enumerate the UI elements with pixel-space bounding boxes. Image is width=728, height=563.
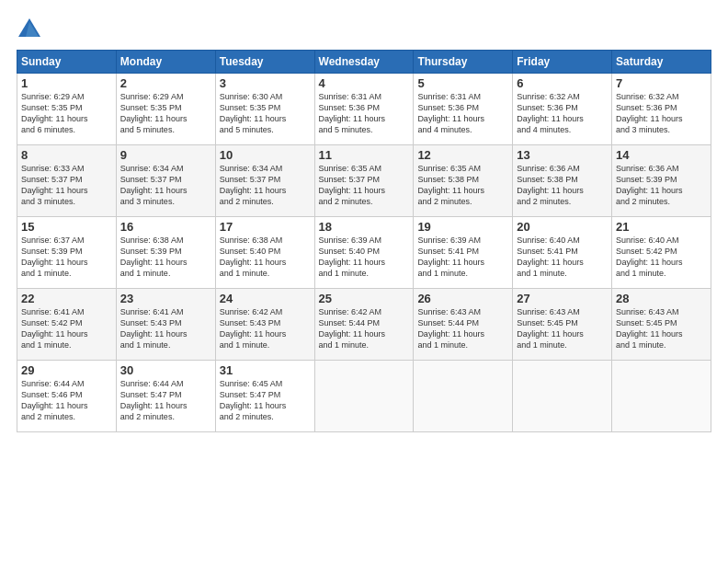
day-info: Sunrise: 6:43 AM Sunset: 5:44 PM Dayligh… — [417, 306, 508, 351]
calendar-week-2: 8Sunrise: 6:33 AM Sunset: 5:37 PM Daylig… — [17, 145, 711, 217]
day-info: Sunrise: 6:34 AM Sunset: 5:37 PM Dayligh… — [220, 163, 311, 208]
calendar-cell: 18Sunrise: 6:39 AM Sunset: 5:40 PM Dayli… — [314, 217, 414, 289]
day-info: Sunrise: 6:42 AM Sunset: 5:44 PM Dayligh… — [319, 306, 410, 351]
calendar-cell: 14Sunrise: 6:36 AM Sunset: 5:39 PM Dayli… — [612, 145, 711, 217]
calendar-cell: 8Sunrise: 6:33 AM Sunset: 5:37 PM Daylig… — [17, 145, 117, 217]
day-info: Sunrise: 6:32 AM Sunset: 5:36 PM Dayligh… — [517, 91, 608, 136]
day-info: Sunrise: 6:35 AM Sunset: 5:37 PM Dayligh… — [319, 163, 410, 208]
calendar-cell: 11Sunrise: 6:35 AM Sunset: 5:37 PM Dayli… — [314, 145, 414, 217]
day-info: Sunrise: 6:38 AM Sunset: 5:40 PM Dayligh… — [220, 235, 311, 280]
calendar-cell: 23Sunrise: 6:41 AM Sunset: 5:43 PM Dayli… — [116, 289, 215, 361]
calendar-cell: 28Sunrise: 6:43 AM Sunset: 5:45 PM Dayli… — [612, 289, 711, 361]
day-info: Sunrise: 6:41 AM Sunset: 5:42 PM Dayligh… — [21, 306, 112, 351]
day-info: Sunrise: 6:40 AM Sunset: 5:42 PM Dayligh… — [616, 235, 707, 280]
day-info: Sunrise: 6:36 AM Sunset: 5:38 PM Dayligh… — [517, 163, 608, 208]
day-info: Sunrise: 6:37 AM Sunset: 5:39 PM Dayligh… — [21, 235, 112, 280]
header-day-wednesday: Wednesday — [314, 51, 414, 74]
day-number: 19 — [417, 220, 508, 234]
logo-icon — [17, 17, 42, 42]
calendar-cell: 31Sunrise: 6:45 AM Sunset: 5:47 PM Dayli… — [215, 361, 314, 432]
day-number: 15 — [21, 220, 112, 234]
day-number: 13 — [517, 148, 608, 162]
calendar-cell: 21Sunrise: 6:40 AM Sunset: 5:42 PM Dayli… — [612, 217, 711, 289]
calendar-week-1: 1Sunrise: 6:29 AM Sunset: 5:35 PM Daylig… — [17, 74, 711, 145]
calendar-cell: 27Sunrise: 6:43 AM Sunset: 5:45 PM Dayli… — [513, 289, 612, 361]
day-info: Sunrise: 6:31 AM Sunset: 5:36 PM Dayligh… — [319, 91, 410, 136]
day-number: 4 — [319, 76, 410, 90]
day-info: Sunrise: 6:40 AM Sunset: 5:41 PM Dayligh… — [517, 235, 608, 280]
day-info: Sunrise: 6:39 AM Sunset: 5:41 PM Dayligh… — [417, 235, 508, 280]
calendar-page: SundayMondayTuesdayWednesdayThursdayFrid… — [0, 0, 728, 563]
day-number: 2 — [120, 76, 211, 90]
calendar-cell: 16Sunrise: 6:38 AM Sunset: 5:39 PM Dayli… — [116, 217, 215, 289]
day-number: 14 — [616, 148, 707, 162]
day-info: Sunrise: 6:43 AM Sunset: 5:45 PM Dayligh… — [517, 306, 608, 351]
calendar-cell: 25Sunrise: 6:42 AM Sunset: 5:44 PM Dayli… — [314, 289, 414, 361]
day-number: 7 — [616, 76, 707, 90]
calendar-cell: 20Sunrise: 6:40 AM Sunset: 5:41 PM Dayli… — [513, 217, 612, 289]
calendar-cell: 17Sunrise: 6:38 AM Sunset: 5:40 PM Dayli… — [215, 217, 314, 289]
header-day-tuesday: Tuesday — [215, 51, 314, 74]
calendar-table: SundayMondayTuesdayWednesdayThursdayFrid… — [17, 50, 711, 432]
day-info: Sunrise: 6:43 AM Sunset: 5:45 PM Dayligh… — [616, 306, 707, 351]
calendar-cell: 30Sunrise: 6:44 AM Sunset: 5:47 PM Dayli… — [116, 361, 215, 432]
day-info: Sunrise: 6:42 AM Sunset: 5:43 PM Dayligh… — [220, 306, 311, 351]
day-number: 12 — [417, 148, 508, 162]
day-info: Sunrise: 6:33 AM Sunset: 5:37 PM Dayligh… — [21, 163, 112, 208]
day-number: 21 — [616, 220, 707, 234]
day-number: 6 — [517, 76, 608, 90]
day-number: 1 — [21, 76, 112, 90]
calendar-cell: 7Sunrise: 6:32 AM Sunset: 5:36 PM Daylig… — [612, 74, 711, 145]
day-info: Sunrise: 6:32 AM Sunset: 5:36 PM Dayligh… — [616, 91, 707, 136]
header-day-saturday: Saturday — [612, 51, 711, 74]
day-info: Sunrise: 6:41 AM Sunset: 5:43 PM Dayligh… — [120, 306, 211, 351]
day-number: 3 — [220, 76, 311, 90]
day-info: Sunrise: 6:36 AM Sunset: 5:39 PM Dayligh… — [616, 163, 707, 208]
day-info: Sunrise: 6:29 AM Sunset: 5:35 PM Dayligh… — [21, 91, 112, 136]
day-info: Sunrise: 6:35 AM Sunset: 5:38 PM Dayligh… — [417, 163, 508, 208]
calendar-cell — [414, 361, 513, 432]
calendar-cell: 9Sunrise: 6:34 AM Sunset: 5:37 PM Daylig… — [116, 145, 215, 217]
calendar-cell: 2Sunrise: 6:29 AM Sunset: 5:35 PM Daylig… — [116, 74, 215, 145]
day-number: 30 — [120, 363, 211, 377]
day-info: Sunrise: 6:44 AM Sunset: 5:47 PM Dayligh… — [120, 378, 211, 423]
day-number: 31 — [220, 363, 311, 377]
day-number: 9 — [120, 148, 211, 162]
calendar-cell: 19Sunrise: 6:39 AM Sunset: 5:41 PM Dayli… — [414, 217, 513, 289]
day-number: 27 — [517, 292, 608, 305]
day-number: 22 — [21, 292, 112, 305]
day-number: 16 — [120, 220, 211, 234]
header-day-sunday: Sunday — [17, 51, 117, 74]
day-number: 29 — [21, 363, 112, 377]
calendar-cell — [314, 361, 414, 432]
day-info: Sunrise: 6:39 AM Sunset: 5:40 PM Dayligh… — [319, 235, 410, 280]
day-number: 23 — [120, 292, 211, 305]
calendar-week-3: 15Sunrise: 6:37 AM Sunset: 5:39 PM Dayli… — [17, 217, 711, 289]
day-number: 17 — [220, 220, 311, 234]
day-number: 5 — [417, 76, 508, 90]
calendar-cell: 4Sunrise: 6:31 AM Sunset: 5:36 PM Daylig… — [314, 74, 414, 145]
day-number: 25 — [319, 292, 410, 305]
calendar-cell: 6Sunrise: 6:32 AM Sunset: 5:36 PM Daylig… — [513, 74, 612, 145]
day-number: 8 — [21, 148, 112, 162]
calendar-cell: 10Sunrise: 6:34 AM Sunset: 5:37 PM Dayli… — [215, 145, 314, 217]
day-number: 18 — [319, 220, 410, 234]
day-info: Sunrise: 6:45 AM Sunset: 5:47 PM Dayligh… — [220, 378, 311, 423]
calendar-cell: 29Sunrise: 6:44 AM Sunset: 5:46 PM Dayli… — [17, 361, 117, 432]
calendar-cell: 12Sunrise: 6:35 AM Sunset: 5:38 PM Dayli… — [414, 145, 513, 217]
calendar-cell: 5Sunrise: 6:31 AM Sunset: 5:36 PM Daylig… — [414, 74, 513, 145]
calendar-cell: 13Sunrise: 6:36 AM Sunset: 5:38 PM Dayli… — [513, 145, 612, 217]
header — [17, 17, 711, 42]
calendar-cell: 22Sunrise: 6:41 AM Sunset: 5:42 PM Dayli… — [17, 289, 117, 361]
day-info: Sunrise: 6:30 AM Sunset: 5:35 PM Dayligh… — [220, 91, 311, 136]
calendar-cell: 15Sunrise: 6:37 AM Sunset: 5:39 PM Dayli… — [17, 217, 117, 289]
calendar-cell: 3Sunrise: 6:30 AM Sunset: 5:35 PM Daylig… — [215, 74, 314, 145]
calendar-cell: 24Sunrise: 6:42 AM Sunset: 5:43 PM Dayli… — [215, 289, 314, 361]
day-number: 20 — [517, 220, 608, 234]
day-info: Sunrise: 6:31 AM Sunset: 5:36 PM Dayligh… — [417, 91, 508, 136]
day-number: 10 — [220, 148, 311, 162]
day-info: Sunrise: 6:44 AM Sunset: 5:46 PM Dayligh… — [21, 378, 112, 423]
calendar-body: 1Sunrise: 6:29 AM Sunset: 5:35 PM Daylig… — [17, 74, 711, 432]
calendar-week-4: 22Sunrise: 6:41 AM Sunset: 5:42 PM Dayli… — [17, 289, 711, 361]
header-day-thursday: Thursday — [414, 51, 513, 74]
